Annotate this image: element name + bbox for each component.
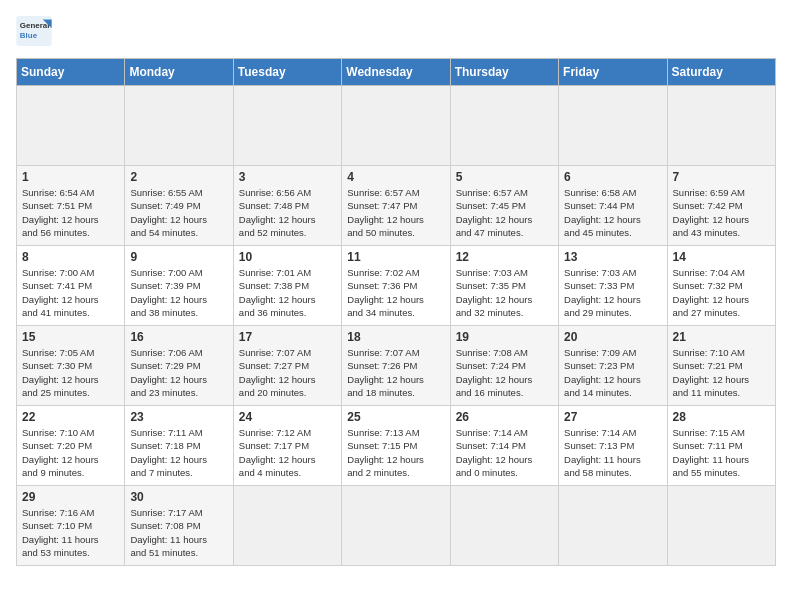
day-info: Sunrise: 7:00 AM Sunset: 7:41 PM Dayligh… (22, 266, 119, 319)
day-info: Sunrise: 7:08 AM Sunset: 7:24 PM Dayligh… (456, 346, 553, 399)
col-saturday: Saturday (667, 59, 775, 86)
day-number: 12 (456, 250, 553, 264)
calendar-cell: 11Sunrise: 7:02 AM Sunset: 7:36 PM Dayli… (342, 246, 450, 326)
day-number: 1 (22, 170, 119, 184)
calendar-cell: 3Sunrise: 6:56 AM Sunset: 7:48 PM Daylig… (233, 166, 341, 246)
day-number: 24 (239, 410, 336, 424)
col-sunday: Sunday (17, 59, 125, 86)
calendar-cell: 16Sunrise: 7:06 AM Sunset: 7:29 PM Dayli… (125, 326, 233, 406)
day-number: 21 (673, 330, 770, 344)
day-number: 10 (239, 250, 336, 264)
calendar-header: Sunday Monday Tuesday Wednesday Thursday… (17, 59, 776, 86)
calendar-cell: 17Sunrise: 7:07 AM Sunset: 7:27 PM Dayli… (233, 326, 341, 406)
calendar-cell: 15Sunrise: 7:05 AM Sunset: 7:30 PM Dayli… (17, 326, 125, 406)
calendar-cell (342, 86, 450, 166)
day-info: Sunrise: 6:56 AM Sunset: 7:48 PM Dayligh… (239, 186, 336, 239)
day-info: Sunrise: 7:00 AM Sunset: 7:39 PM Dayligh… (130, 266, 227, 319)
calendar-cell: 28Sunrise: 7:15 AM Sunset: 7:11 PM Dayli… (667, 406, 775, 486)
day-number: 22 (22, 410, 119, 424)
day-info: Sunrise: 7:16 AM Sunset: 7:10 PM Dayligh… (22, 506, 119, 559)
calendar-cell (667, 486, 775, 566)
header-row: Sunday Monday Tuesday Wednesday Thursday… (17, 59, 776, 86)
day-info: Sunrise: 7:01 AM Sunset: 7:38 PM Dayligh… (239, 266, 336, 319)
day-number: 8 (22, 250, 119, 264)
calendar-table: Sunday Monday Tuesday Wednesday Thursday… (16, 58, 776, 566)
calendar-week-row: 29Sunrise: 7:16 AM Sunset: 7:10 PM Dayli… (17, 486, 776, 566)
day-number: 19 (456, 330, 553, 344)
calendar-week-row: 8Sunrise: 7:00 AM Sunset: 7:41 PM Daylig… (17, 246, 776, 326)
calendar-cell: 19Sunrise: 7:08 AM Sunset: 7:24 PM Dayli… (450, 326, 558, 406)
day-info: Sunrise: 7:03 AM Sunset: 7:35 PM Dayligh… (456, 266, 553, 319)
day-number: 11 (347, 250, 444, 264)
day-info: Sunrise: 7:10 AM Sunset: 7:20 PM Dayligh… (22, 426, 119, 479)
col-monday: Monday (125, 59, 233, 86)
calendar-cell (233, 86, 341, 166)
day-number: 27 (564, 410, 661, 424)
day-info: Sunrise: 7:07 AM Sunset: 7:26 PM Dayligh… (347, 346, 444, 399)
day-number: 30 (130, 490, 227, 504)
calendar-cell: 14Sunrise: 7:04 AM Sunset: 7:32 PM Dayli… (667, 246, 775, 326)
day-number: 14 (673, 250, 770, 264)
calendar-cell (450, 86, 558, 166)
col-friday: Friday (559, 59, 667, 86)
calendar-cell: 5Sunrise: 6:57 AM Sunset: 7:45 PM Daylig… (450, 166, 558, 246)
day-info: Sunrise: 7:04 AM Sunset: 7:32 PM Dayligh… (673, 266, 770, 319)
calendar-week-row: 1Sunrise: 6:54 AM Sunset: 7:51 PM Daylig… (17, 166, 776, 246)
calendar-week-row (17, 86, 776, 166)
day-number: 13 (564, 250, 661, 264)
day-info: Sunrise: 7:14 AM Sunset: 7:13 PM Dayligh… (564, 426, 661, 479)
col-wednesday: Wednesday (342, 59, 450, 86)
day-info: Sunrise: 7:06 AM Sunset: 7:29 PM Dayligh… (130, 346, 227, 399)
day-info: Sunrise: 6:57 AM Sunset: 7:47 PM Dayligh… (347, 186, 444, 239)
day-info: Sunrise: 7:03 AM Sunset: 7:33 PM Dayligh… (564, 266, 661, 319)
calendar-cell: 18Sunrise: 7:07 AM Sunset: 7:26 PM Dayli… (342, 326, 450, 406)
day-info: Sunrise: 7:15 AM Sunset: 7:11 PM Dayligh… (673, 426, 770, 479)
calendar-cell: 20Sunrise: 7:09 AM Sunset: 7:23 PM Dayli… (559, 326, 667, 406)
calendar-week-row: 22Sunrise: 7:10 AM Sunset: 7:20 PM Dayli… (17, 406, 776, 486)
day-number: 20 (564, 330, 661, 344)
calendar-cell (342, 486, 450, 566)
calendar-cell: 12Sunrise: 7:03 AM Sunset: 7:35 PM Dayli… (450, 246, 558, 326)
day-info: Sunrise: 7:09 AM Sunset: 7:23 PM Dayligh… (564, 346, 661, 399)
day-number: 28 (673, 410, 770, 424)
calendar-cell: 23Sunrise: 7:11 AM Sunset: 7:18 PM Dayli… (125, 406, 233, 486)
calendar-cell: 22Sunrise: 7:10 AM Sunset: 7:20 PM Dayli… (17, 406, 125, 486)
day-number: 7 (673, 170, 770, 184)
calendar-cell (17, 86, 125, 166)
logo-icon: General Blue (16, 16, 52, 46)
calendar-cell: 21Sunrise: 7:10 AM Sunset: 7:21 PM Dayli… (667, 326, 775, 406)
svg-text:General: General (20, 21, 50, 30)
calendar-cell (559, 486, 667, 566)
day-info: Sunrise: 7:11 AM Sunset: 7:18 PM Dayligh… (130, 426, 227, 479)
day-number: 26 (456, 410, 553, 424)
calendar-week-row: 15Sunrise: 7:05 AM Sunset: 7:30 PM Dayli… (17, 326, 776, 406)
calendar-cell: 1Sunrise: 6:54 AM Sunset: 7:51 PM Daylig… (17, 166, 125, 246)
day-number: 16 (130, 330, 227, 344)
day-info: Sunrise: 7:14 AM Sunset: 7:14 PM Dayligh… (456, 426, 553, 479)
col-tuesday: Tuesday (233, 59, 341, 86)
day-info: Sunrise: 6:58 AM Sunset: 7:44 PM Dayligh… (564, 186, 661, 239)
page-header: General Blue (16, 16, 776, 46)
day-number: 9 (130, 250, 227, 264)
calendar-cell: 8Sunrise: 7:00 AM Sunset: 7:41 PM Daylig… (17, 246, 125, 326)
calendar-cell (125, 86, 233, 166)
calendar-cell: 24Sunrise: 7:12 AM Sunset: 7:17 PM Dayli… (233, 406, 341, 486)
day-info: Sunrise: 7:10 AM Sunset: 7:21 PM Dayligh… (673, 346, 770, 399)
calendar-cell: 10Sunrise: 7:01 AM Sunset: 7:38 PM Dayli… (233, 246, 341, 326)
day-number: 17 (239, 330, 336, 344)
day-info: Sunrise: 6:59 AM Sunset: 7:42 PM Dayligh… (673, 186, 770, 239)
day-number: 2 (130, 170, 227, 184)
day-number: 29 (22, 490, 119, 504)
logo: General Blue (16, 16, 52, 46)
calendar-cell: 26Sunrise: 7:14 AM Sunset: 7:14 PM Dayli… (450, 406, 558, 486)
calendar-cell: 9Sunrise: 7:00 AM Sunset: 7:39 PM Daylig… (125, 246, 233, 326)
calendar-cell: 13Sunrise: 7:03 AM Sunset: 7:33 PM Dayli… (559, 246, 667, 326)
col-thursday: Thursday (450, 59, 558, 86)
day-info: Sunrise: 7:02 AM Sunset: 7:36 PM Dayligh… (347, 266, 444, 319)
day-info: Sunrise: 7:12 AM Sunset: 7:17 PM Dayligh… (239, 426, 336, 479)
calendar-cell: 6Sunrise: 6:58 AM Sunset: 7:44 PM Daylig… (559, 166, 667, 246)
day-number: 18 (347, 330, 444, 344)
svg-text:Blue: Blue (20, 31, 38, 40)
day-info: Sunrise: 6:57 AM Sunset: 7:45 PM Dayligh… (456, 186, 553, 239)
calendar-cell (667, 86, 775, 166)
